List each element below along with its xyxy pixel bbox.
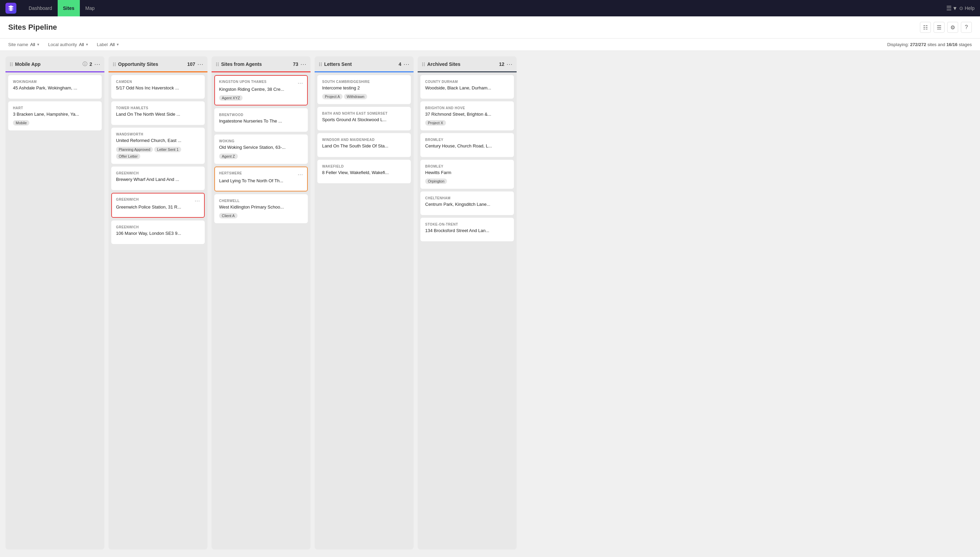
card[interactable]: BROMLEY Hewitts FarmOrpington — [420, 160, 514, 189]
local-authority-value[interactable]: All ▼ — [79, 42, 88, 47]
column-more-icon[interactable]: ⋯ — [300, 60, 306, 68]
drag-icon: ⁝⁝ — [319, 61, 322, 68]
cards-container-letters-sent: SOUTH CAMBRIDGESHIRE Intercome testing 2… — [315, 75, 414, 549]
drag-icon: ⁝⁝ — [112, 61, 116, 68]
kanban-board: ⁝⁝ Mobile App ⓘ 2 ⋯ WOKINGHAM 45 Ashdale… — [0, 51, 980, 555]
card[interactable]: WAKEFIELD 8 Feller View, Wakefield, Wake… — [317, 160, 411, 183]
help-button[interactable]: ⊙ Help — [959, 5, 975, 11]
card-location: COUNTY DURHAM — [425, 80, 458, 84]
drag-icon: ⁝⁝ — [422, 61, 425, 68]
card-more-icon[interactable]: ⋯ — [297, 80, 303, 86]
card-more-icon[interactable]: ⋯ — [195, 198, 200, 204]
card-title: Land On The South Side Of Sta... — [322, 143, 406, 149]
label-filter-value[interactable]: All ▼ — [110, 42, 119, 47]
card-title: 37 Richmond Street, Brighton &... — [425, 111, 509, 117]
card-tag: Orpington — [425, 179, 447, 184]
card-tag: Mobile — [13, 120, 29, 125]
card[interactable]: WOKINGHAM 45 Ashdale Park, Wokingham, ..… — [8, 75, 102, 99]
card-location: GREENWICH — [116, 198, 139, 201]
card-header-row: HERTSMERE ⋯ — [219, 171, 303, 178]
card-title: United Reformed Church, East ... — [116, 138, 200, 144]
card-location: WAKEFIELD — [322, 164, 344, 168]
card[interactable]: TOWER HAMLETS Land On The North West Sid… — [111, 101, 205, 125]
card[interactable]: BRIGHTON AND HOVE 37 Richmond Street, Br… — [420, 101, 514, 130]
card[interactable]: GREENWICH Brewery Wharf And Land And ... — [111, 166, 205, 190]
column-header-archived-sites: ⁝⁝ Archived Sites 12 ⋯ — [418, 56, 517, 71]
column-more-icon[interactable]: ⋯ — [403, 60, 410, 68]
card-title: Kingston Riding Centre, 38 Cre... — [219, 86, 303, 93]
card-header-row: BROMLEY — [425, 164, 509, 169]
card[interactable]: COUNTY DURHAM Woodside, Black Lane, Durh… — [420, 75, 514, 99]
column-header-letters-sent: ⁝⁝ Letters Sent 4 ⋯ — [315, 56, 414, 71]
help-info-button[interactable]: ? — [961, 22, 972, 33]
column-title: Opportunity Sites — [118, 62, 185, 67]
column-more-icon[interactable]: ⋯ — [506, 60, 512, 68]
card-location: WINDSOR AND MAIDENHEAD — [322, 138, 375, 142]
site-name-label: Site name — [8, 42, 28, 47]
card-title: 45 Ashdale Park, Wokingham, ... — [13, 85, 97, 91]
filter-bar: Site name All ▼ Local authority All ▼ La… — [0, 39, 980, 51]
card[interactable]: BRENTWOOD Ingatestone Nurseries To The .… — [214, 108, 308, 132]
column-count: 73 — [293, 62, 298, 67]
hamburger-menu[interactable]: ☰ ▾ — [946, 5, 956, 12]
cards-container-mobile-app: WOKINGHAM 45 Ashdale Park, Wokingham, ..… — [5, 75, 104, 549]
card[interactable]: GREENWICH ⋯ Greenwich Police Station, 31… — [111, 193, 205, 218]
label-filter-label: Label — [97, 42, 108, 47]
card-tags: Agent Z — [219, 153, 303, 159]
card[interactable]: CHERWELL West Kidlington Primary Schoo..… — [214, 194, 308, 223]
list-view-button[interactable]: ☰ — [934, 22, 944, 33]
column-more-icon[interactable]: ⋯ — [197, 60, 203, 68]
card-location: BROMLEY — [425, 138, 444, 142]
card-tags: Mobile — [13, 120, 97, 125]
card-tag: Offer Letter — [116, 153, 140, 159]
card[interactable]: WINDSOR AND MAIDENHEAD Land On The South… — [317, 133, 411, 157]
card[interactable]: WOKING Old Woking Service Station, 63-..… — [214, 135, 308, 163]
nav-dashboard[interactable]: Dashboard — [23, 0, 58, 16]
card[interactable]: GREENWICH 106 Manor Way, London SE3 9... — [111, 220, 205, 244]
column-header-mobile-app: ⁝⁝ Mobile App ⓘ 2 ⋯ — [5, 56, 104, 71]
kanban-view-button[interactable]: ☷ — [920, 22, 931, 33]
card[interactable]: HERTSMERE ⋯ Land Lying To The North Of T… — [214, 166, 308, 191]
card-tags: Client A — [219, 213, 303, 218]
card[interactable]: CHELTENHAM Centrum Park, Kingsditch Lane… — [420, 191, 514, 215]
card[interactable]: HART 3 Bracken Lane, Hampshire, Ya...Mob… — [8, 101, 102, 130]
card-tag: Withdrawn — [344, 94, 367, 99]
card-header-row: TOWER HAMLETS — [116, 106, 200, 111]
card-header-row: CHELTENHAM — [425, 196, 509, 201]
nav-sites[interactable]: Sites — [58, 0, 80, 16]
card-title: Centrum Park, Kingsditch Lane... — [425, 201, 509, 207]
card-tag: Client A — [219, 213, 237, 218]
nav-map[interactable]: Map — [80, 0, 100, 16]
drag-icon: ⁝⁝ — [10, 61, 13, 68]
cards-container-archived-sites: COUNTY DURHAM Woodside, Black Lane, Durh… — [418, 75, 517, 549]
info-icon[interactable]: ⓘ — [83, 61, 87, 67]
card-header-row: WAKEFIELD — [322, 164, 406, 169]
card-location: BRENTWOOD — [219, 113, 243, 117]
card-title: Ingatestone Nurseries To The ... — [219, 118, 303, 124]
display-info: Displaying: 272/272 sites and 16/16 stag… — [887, 42, 972, 47]
card[interactable]: SOUTH CAMBRIDGESHIRE Intercome testing 2… — [317, 75, 411, 104]
card[interactable]: BROMLEY Century House, Church Road, L... — [420, 133, 514, 157]
card-title: 106 Manor Way, London SE3 9... — [116, 230, 200, 236]
site-name-arrow-icon: ▼ — [36, 43, 40, 46]
column-count: 2 — [89, 62, 92, 67]
card-location: BRIGHTON AND HOVE — [425, 106, 465, 110]
site-name-value[interactable]: All ▼ — [30, 42, 40, 47]
card-tag: Project A — [322, 94, 343, 99]
card-location: BATH AND NORTH EAST SOMERSET — [322, 112, 388, 116]
column-accent-bar — [5, 71, 104, 72]
card[interactable]: CAMDEN 5/17 Odd Nos Inc Haverstock ... — [111, 75, 205, 99]
card[interactable]: STOKE-ON-TRENT 134 Brocksford Street And… — [420, 218, 514, 241]
card-title: 5/17 Odd Nos Inc Haverstock ... — [116, 85, 200, 91]
card-more-icon[interactable]: ⋯ — [297, 171, 303, 178]
card[interactable]: BATH AND NORTH EAST SOMERSET Sports Grou… — [317, 107, 411, 130]
card[interactable]: KINGSTON UPON THAMES ⋯ Kingston Riding C… — [214, 75, 308, 106]
settings-button[interactable]: ⚙ — [947, 22, 958, 33]
card-location: KINGSTON UPON THAMES — [219, 80, 267, 84]
card[interactable]: WANDSWORTH United Reformed Church, East … — [111, 128, 205, 163]
column-more-icon[interactable]: ⋯ — [94, 60, 100, 68]
column-count: 4 — [398, 62, 401, 67]
card-location: CAMDEN — [116, 80, 132, 84]
card-location: CHERWELL — [219, 199, 239, 203]
card-header-row: WOKING — [219, 139, 303, 144]
